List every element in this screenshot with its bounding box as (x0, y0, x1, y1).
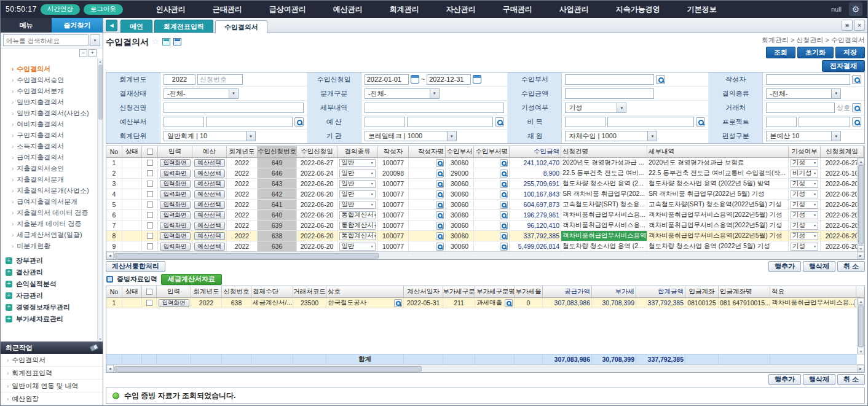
evidence-column-header[interactable]: 부가세구분 (443, 286, 475, 297)
topnav-item[interactable]: 지속가능경영 (602, 1, 674, 18)
decision-type-select[interactable]: 통합계산서▼ (339, 211, 376, 219)
completion-select[interactable]: 기성▼ (791, 232, 818, 240)
row-search-icon[interactable] (500, 180, 508, 188)
sidebar-tree-item[interactable]: › 수입결의서승인 (7, 74, 95, 85)
decision-type-select[interactable]: 통합계산서▼ (339, 232, 376, 240)
scroll-down-icon[interactable]: ▼ (858, 348, 864, 354)
menu-search-input[interactable] (3, 34, 89, 46)
tab[interactable]: 회계전표입력 (154, 20, 213, 33)
recent-task-item[interactable]: › 예산원장 (1, 392, 103, 405)
budget-select-button[interactable]: 예산선택 (194, 232, 225, 240)
completion-select[interactable]: 기성▼ (791, 159, 818, 167)
decision-type-select[interactable]: 일반▼ (339, 243, 376, 251)
e-approval-button[interactable]: 전자결재 (822, 60, 865, 72)
completion-select[interactable]: 기성▼ (791, 201, 818, 209)
income-column-header[interactable]: 수입금액 (510, 146, 561, 157)
completion-select[interactable]: 비기성▼ (791, 170, 818, 178)
sidebar-tree-item[interactable]: › 수입결의서 (7, 63, 95, 74)
evidence-column-header[interactable]: 결제수단 (251, 286, 293, 297)
grid1-add-row-button[interactable]: 행추가 (768, 261, 801, 272)
clear-recent-icon[interactable] (90, 344, 98, 351)
input-screen-button[interactable]: 입력화면 (160, 232, 191, 240)
budget-select-button[interactable]: 예산선택 (194, 222, 225, 230)
agency-select[interactable]: 코레일테크 | 1000▼ (365, 131, 457, 141)
scrollbar-thumb[interactable] (98, 64, 103, 120)
project-name-input[interactable] (799, 117, 850, 127)
income-column-header[interactable]: 상태 (122, 146, 142, 157)
row-checkbox[interactable] (147, 170, 153, 176)
row-search-icon[interactable] (436, 190, 444, 198)
topnav-item[interactable]: 급상여관리 (256, 1, 320, 18)
vendor-input[interactable] (766, 103, 835, 113)
sidebar-tree-item[interactable]: › 수입결의서분개 (7, 85, 95, 96)
row-checkbox[interactable] (146, 300, 152, 306)
input-screen-button[interactable]: 입력화면 (160, 159, 191, 167)
sidebar-tree-item[interactable]: › 미분개현황 (7, 240, 95, 251)
row-search-icon[interactable] (436, 211, 444, 219)
budget-search-icon[interactable] (495, 117, 504, 127)
budget-select-button[interactable]: 예산선택 (194, 201, 225, 209)
topnav-item[interactable]: 기본정보 (674, 1, 730, 18)
select-all-checkbox[interactable] (146, 289, 152, 295)
scroll-up-icon[interactable]: ▲ (858, 158, 864, 165)
evidence-column-header[interactable]: 부가세율 (515, 286, 543, 297)
completion-select[interactable]: 기성▼ (791, 243, 818, 251)
row-checkbox[interactable] (147, 181, 153, 187)
income-column-header[interactable]: 결의종류 (337, 146, 378, 157)
row-search-icon[interactable] (436, 232, 444, 240)
recent-task-item[interactable]: › 일반이체 연동 및 내역 (1, 380, 103, 392)
sidebar-tree-item[interactable]: › 세금계산서연결(일괄) (7, 229, 95, 240)
income-dept-search-icon[interactable] (656, 75, 665, 84)
request-title-input[interactable] (164, 103, 304, 113)
row-search-icon[interactable] (500, 211, 508, 219)
request-no-input[interactable] (197, 74, 243, 85)
completion-select[interactable]: 기성▼ (565, 103, 626, 113)
income-grid-hscrollbar[interactable]: ◀ ▶ (106, 251, 864, 259)
decision-type-select[interactable]: 일반▼ (339, 159, 376, 167)
income-grid-vscrollbar[interactable]: ▲ ▼ (857, 158, 864, 252)
menu-search-dropdown-icon[interactable]: ▼ (90, 34, 100, 46)
topnav-item[interactable]: 자산관리 (433, 1, 489, 18)
row-search-icon[interactable] (500, 159, 508, 167)
row-search-icon[interactable] (500, 232, 508, 240)
row-checkbox[interactable] (147, 222, 153, 228)
favorite-star-icon[interactable]: ☆ (152, 37, 159, 47)
sidebar-scrollbar[interactable]: ▲ ▼ (97, 58, 103, 342)
row-search-icon[interactable] (500, 243, 508, 251)
evidence-column-header[interactable]: No (106, 286, 122, 297)
evidence-grid-vscrollbar[interactable]: ▲ ▼ (857, 298, 864, 354)
sidebar-group-item[interactable]: + 결산관리 (6, 267, 95, 278)
grid2-add-row-button[interactable]: 행추가 (768, 374, 801, 385)
decision-type-select[interactable]: 일반▼ (339, 180, 376, 188)
completion-select[interactable]: 기성▼ (791, 180, 818, 188)
evidence-column-header[interactable]: 부가세 (592, 286, 636, 297)
budget-select-button[interactable]: 예산선택 (194, 180, 225, 188)
input-screen-button[interactable]: 입력화면 (160, 243, 191, 251)
income-column-header[interactable]: 작성자 (378, 146, 409, 157)
income-column-header[interactable]: 기성여부 (789, 146, 821, 157)
search-button[interactable]: 조회 (766, 47, 795, 58)
calendar-icon[interactable] (473, 75, 481, 84)
sidebar-tree-item[interactable]: › 지출분개 데이터 검증 (7, 218, 95, 229)
budget-dept-code-input[interactable] (164, 117, 204, 127)
sidebar-tree-item[interactable]: › 소득지출결의서 (7, 141, 95, 152)
row-search-icon[interactable] (500, 170, 508, 178)
tree-collapse-button[interactable]: − (79, 49, 87, 57)
evidence-column-header[interactable]: 입금계좌 (685, 286, 719, 297)
input-screen-button[interactable]: 입력화면 (159, 299, 189, 307)
project-code-input[interactable] (766, 117, 797, 127)
grid1-delete-row-button[interactable]: 행삭제 (803, 261, 835, 272)
sidebar-tree-item[interactable]: › 지출결의서 데이터 검증 (7, 207, 95, 218)
evidence-column-header[interactable]: 적요 (770, 286, 856, 297)
evidence-column-header[interactable] (142, 286, 157, 297)
income-column-header[interactable]: 회계년도 (227, 146, 258, 157)
income-grid-row[interactable]: 6입력화면예산선택20226402022-06-20통합계산서▼10007730… (106, 210, 857, 221)
scroll-right-icon[interactable]: ▶ (857, 365, 864, 372)
approval-status-select[interactable]: -전체-▼ (164, 88, 239, 99)
income-grid-row[interactable]: 4입력화면예산선택20226422022-06-20일반▼10007730060… (106, 189, 857, 200)
extend-time-button[interactable]: 시간연장 (41, 4, 80, 15)
scrollbar-thumb[interactable] (114, 253, 379, 259)
row-search-icon[interactable] (500, 201, 508, 209)
topnav-item[interactable]: 사업관리 (546, 1, 602, 18)
recent-task-item[interactable]: › 수입결의서 (1, 354, 103, 367)
